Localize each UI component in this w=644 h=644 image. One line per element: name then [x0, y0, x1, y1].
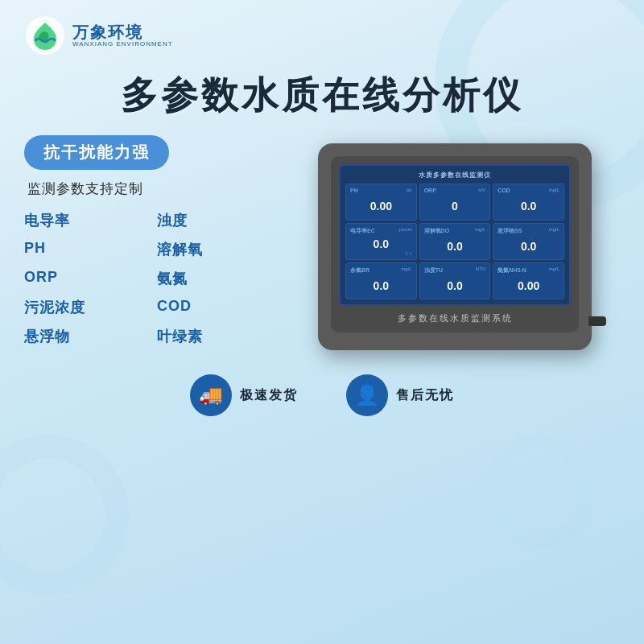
params-grid: 电导率 浊度 PH 溶解氧 ORP 氨氮 污泥浓度 COD 悬浮物 叶绿素: [24, 209, 274, 348]
device: 水质多参数在线监测仪 PH ph 0.00: [318, 143, 592, 350]
bottom-feature-service: 👤 售后无忧: [346, 374, 454, 416]
shipping-icon: 🚚: [190, 374, 232, 416]
logo-en: WANXIANG ENVIRONMENT: [72, 41, 173, 48]
service-icon: 👤: [346, 374, 388, 416]
right-panel: 水质多参数在线监测仪 PH ph 0.00: [282, 135, 628, 350]
lcd-screen: 水质多参数在线监测仪 PH ph 0.00: [339, 164, 571, 306]
lcd-title: 水质多参数在线监测仪: [345, 171, 564, 180]
main-title: 多参数水质在线分析仪: [0, 64, 644, 135]
lcd-cell-nh3: 氨氮NH3-N mg/L 0.00: [493, 262, 564, 299]
param-chlorophyll: 叶绿素: [157, 325, 274, 348]
param-ammonium: 氨氮: [157, 267, 274, 290]
lcd-cell-tu: 浊度TU NTU 0.0: [419, 262, 491, 299]
content-row: 抗干扰能力强 监测参数支持定制 电导率 浊度 PH 溶解氧 ORP 氨氮 污泥浓…: [0, 135, 644, 350]
lcd-cell-ss: 悬浮物SS mg/L 0.0: [493, 223, 564, 260]
lcd-cell-ph: PH ph 0.00: [345, 184, 417, 221]
param-cod: COD: [157, 296, 274, 319]
lcd-cell-orp: ORP mV 0: [419, 184, 491, 221]
device-inner: 水质多参数在线监测仪 PH ph 0.00: [331, 156, 579, 332]
lcd-cell-do: 溶解氧DO mg/L 0.0: [419, 223, 491, 260]
param-orp: ORP: [24, 267, 141, 290]
device-cable: [588, 316, 606, 326]
device-label: 多参数在线水质监测系统: [339, 312, 571, 324]
param-rongjiieyang: 溶解氧: [157, 238, 274, 261]
service-text: 售后无忧: [396, 387, 454, 404]
logo-text: 万象环境 WANXIANG ENVIRONMENT: [72, 23, 173, 48]
lcd-grid: PH ph 0.00 ORP mV: [345, 184, 564, 299]
shipping-text: 极速发货: [240, 387, 298, 404]
lcd-cell-cod: COD mg/L 0.0: [493, 184, 564, 221]
logo-area: 万象环境 WANXIANG ENVIRONMENT: [24, 14, 173, 56]
param-zhidu: 浊度: [157, 209, 274, 232]
logo-icon: [24, 14, 66, 56]
param-suspended: 悬浮物: [24, 325, 141, 348]
param-ph: PH: [24, 238, 141, 261]
feature-badge: 抗干扰能力强: [24, 135, 169, 170]
left-panel: 抗干扰能力强 监测参数支持定制 电导率 浊度 PH 溶解氧 ORP 氨氮 污泥浓…: [24, 135, 274, 348]
support-text: 监测参数支持定制: [24, 180, 274, 198]
bottom-row: 🚚 极速发货 👤 售后无忧: [0, 358, 644, 424]
param-dianduv: 电导率: [24, 209, 141, 232]
header: 万象环境 WANXIANG ENVIRONMENT: [0, 0, 644, 64]
logo-cn: 万象环境: [72, 23, 173, 41]
lcd-cell-br: 余氯BR mg/L 0.0: [345, 262, 417, 299]
param-sludge: 污泥浓度: [24, 296, 141, 319]
bottom-feature-shipping: 🚚 极速发货: [190, 374, 298, 416]
lcd-cell-ec: 电导率EC μs/cm 0.0 0.1: [345, 223, 417, 260]
